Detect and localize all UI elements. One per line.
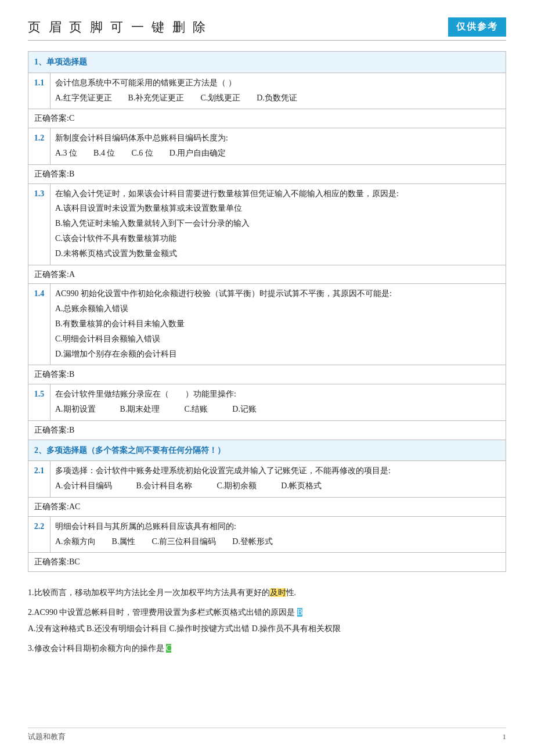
question-content: 多项选择：会计软件中账务处理系统初始化设置完成并输入了记账凭证，不能再修改的项目…: [50, 461, 506, 498]
answer-row: 正确答案:A: [28, 265, 506, 284]
section-header-cell: 2、多项选择题（多个答案之间不要有任何分隔符！）: [28, 440, 506, 461]
answer-cell: 正确答案:BC: [28, 553, 506, 572]
question-content: AC990 初始化设置中作初始化余额进行校验（试算平衡）时提示试算不平衡，其原因…: [50, 284, 506, 365]
answer-cell: 正确答案:B: [28, 164, 506, 183]
question-line: A.红字凭证更正 B.补充凭证更正 C.划线更正 D.负数凭证: [55, 91, 501, 105]
question-number: 1.1: [28, 73, 50, 109]
question-line: AC990 初始化设置中作初始化余额进行校验（试算平衡）时提示试算不平衡，其原因…: [55, 287, 501, 301]
question-line: A.会计科目编码 B.会计科目名称 C.期初余额 D.帐页格式: [55, 479, 501, 493]
answer-row: 正确答案:B: [28, 365, 506, 384]
answer-row: 正确答案:B: [28, 164, 506, 183]
question-number: 2.1: [28, 461, 50, 498]
question-number: 1.4: [28, 284, 50, 365]
question-row: 2.2明细会计科目与其所属的总账科目应该具有相同的:A.余额方向 B.属性 C.…: [28, 516, 506, 553]
footer-right: 1: [503, 732, 507, 741]
question-line: 多项选择：会计软件中账务处理系统初始化设置完成并输入了记账凭证，不能再修改的项目…: [55, 464, 501, 478]
question-content: 会计信息系统中不可能采用的错账更正方法是（ ）A.红字凭证更正 B.补充凭证更正…: [50, 73, 506, 109]
bottom-text-span: 2.AC990 中设置总帐科目时，管理费用设置为多栏式帐页格式出错的原因是: [28, 608, 297, 617]
bottom-text-span: 1.比较而言，移动加权平均方法比全月一次加权平均方法具有更好的: [28, 588, 270, 597]
page-header: 页 眉 页 脚 可 一 键 删 除 仅供参考: [28, 17, 506, 41]
answer-cell: 正确答案:B: [28, 365, 506, 384]
answer-cell: 正确答案:B: [28, 420, 506, 440]
question-line: 在会计软件里做结账分录应在（ ）功能里操作:: [55, 387, 501, 401]
question-line: C.该会计软件不具有数量核算功能: [55, 232, 501, 246]
section-header-row: 2、多项选择题（多个答案之间不要有任何分隔符！）: [28, 440, 506, 461]
answer-row: 正确答案:BC: [28, 553, 506, 572]
bottom-paragraph: 3.修改会计科目期初余额方向的操作是 C: [28, 640, 506, 657]
question-content: 明细会计科目与其所属的总账科目应该具有相同的:A.余额方向 B.属性 C.前三位…: [50, 516, 506, 553]
bottom-subtext: A.没有这种格式 B.还没有明细会计科目 C.操作时按键方式出错 D.操作员不具…: [28, 624, 341, 633]
question-line: 明细会计科目与其所属的总账科目应该具有相同的:: [55, 520, 501, 534]
section-header-cell: 1、单项选择题: [28, 52, 506, 73]
bottom-paragraph: 1.比较而言，移动加权平均方法比全月一次加权平均方法具有更好的及时性.: [28, 585, 506, 601]
question-line: 在输入会计凭证时，如果该会计科目需要进行数量核算但凭证输入不能输入相应的数量，原…: [55, 187, 501, 201]
question-line: 新制度会计科目编码体系中总账科目编码长度为:: [55, 131, 501, 145]
question-line: A.余额方向 B.属性 C.前三位科目编码 D.登帐形式: [55, 535, 501, 549]
question-row: 1.5在会计软件里做结账分录应在（ ）功能里操作:A.期初设置 B.期末处理 C…: [28, 384, 506, 421]
question-row: 1.4AC990 初始化设置中作初始化余额进行校验（试算平衡）时提示试算不平衡，…: [28, 284, 506, 365]
answer-cell: 正确答案:C: [28, 109, 506, 128]
answer-row: 正确答案:C: [28, 109, 506, 128]
reference-badge: 仅供参考: [448, 17, 506, 37]
question-line: C.明细会计科目余额输入错误: [55, 332, 501, 346]
question-line: A.期初设置 B.期末处理 C.结账 D.记账: [55, 402, 501, 416]
highlight-yellow-span: 及时: [270, 588, 286, 597]
answer-row: 正确答案:B: [28, 420, 506, 440]
page-footer: 试题和教育 1: [28, 728, 506, 742]
page: 页 眉 页 脚 可 一 键 删 除 仅供参考 1、单项选择题1.1会计信息系统中…: [0, 0, 534, 756]
question-line: B.输入凭证时未输入数量就转入到下一会计分录的输入: [55, 217, 501, 231]
question-number: 2.2: [28, 516, 50, 553]
question-row: 1.1会计信息系统中不可能采用的错账更正方法是（ ）A.红字凭证更正 B.补充凭…: [28, 73, 506, 109]
highlight-green-span: C: [166, 644, 171, 653]
question-row: 1.2新制度会计科目编码体系中总账科目编码长度为:A.3 位 B.4 位 C.6…: [28, 128, 506, 165]
bottom-text-span: 性.: [286, 588, 297, 597]
question-number: 1.2: [28, 128, 50, 165]
section-header-row: 1、单项选择题: [28, 52, 506, 73]
question-number: 1.5: [28, 384, 50, 421]
bottom-text: 1.比较而言，移动加权平均方法比全月一次加权平均方法具有更好的及时性.2.AC9…: [28, 585, 506, 657]
bottom-text-span: 3.修改会计科目期初余额方向的操作是: [28, 644, 166, 653]
question-line: A.该科目设置时未设置为数量核算或未设置数量单位: [55, 201, 501, 215]
question-line: B.有数量核算的会计科目未输入数量: [55, 317, 501, 331]
question-content: 在会计软件里做结账分录应在（ ）功能里操作:A.期初设置 B.期末处理 C.结账…: [50, 384, 506, 421]
question-row: 1.3在输入会计凭证时，如果该会计科目需要进行数量核算但凭证输入不能输入相应的数…: [28, 183, 506, 265]
answer-row: 正确答案:AC: [28, 497, 506, 516]
question-number: 1.3: [28, 183, 50, 265]
question-line: A.3 位 B.4 位 C.6 位 D.用户自由确定: [55, 146, 501, 160]
question-line: D.未将帐页格式设置为数量金额式: [55, 247, 501, 261]
footer-left: 试题和教育: [28, 732, 66, 742]
question-line: 会计信息系统中不可能采用的错账更正方法是（ ）: [55, 76, 501, 90]
question-content: 在输入会计凭证时，如果该会计科目需要进行数量核算但凭证输入不能输入相应的数量，原…: [50, 183, 506, 265]
bottom-paragraph: 2.AC990 中设置总帐科目时，管理费用设置为多栏式帐页格式出错的原因是 BA…: [28, 604, 506, 637]
answer-cell: 正确答案:A: [28, 265, 506, 284]
qa-table: 1、单项选择题1.1会计信息系统中不可能采用的错账更正方法是（ ）A.红字凭证更…: [28, 51, 506, 572]
highlight-blue-span: B: [297, 608, 302, 617]
question-line: D.漏增加个别存在余额的会计科目: [55, 347, 501, 361]
question-row: 2.1多项选择：会计软件中账务处理系统初始化设置完成并输入了记账凭证，不能再修改…: [28, 461, 506, 498]
answer-cell: 正确答案:AC: [28, 497, 506, 516]
question-content: 新制度会计科目编码体系中总账科目编码长度为:A.3 位 B.4 位 C.6 位 …: [50, 128, 506, 165]
page-title: 页 眉 页 脚 可 一 键 删 除: [28, 19, 208, 36]
question-line: A.总账余额输入错误: [55, 302, 501, 316]
